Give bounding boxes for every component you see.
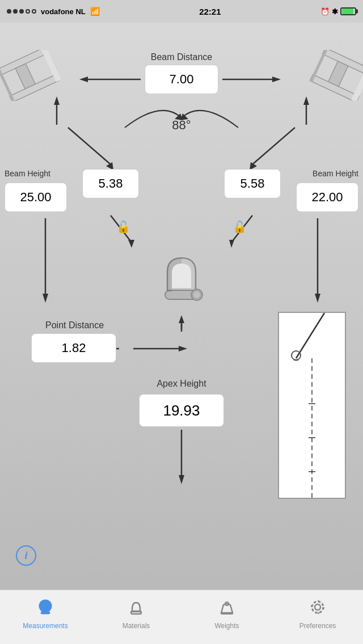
signal-dot-1 [7, 9, 11, 14]
preferences-icon [305, 595, 330, 620]
bluetooth-icon: ✱ [332, 7, 338, 16]
ibeam-left [0, 50, 57, 95]
measurements-icon [33, 595, 58, 620]
wifi-icon: 📶 [90, 7, 100, 16]
tab-label-measurements: Measurements [23, 622, 67, 630]
apex-height-label: Apex Height [157, 379, 206, 389]
beam-distance-label: Beam Distance [151, 52, 213, 62]
signal-dot-4 [26, 9, 30, 14]
svg-rect-34 [10, 75, 59, 101]
tab-weights[interactable]: Weights [182, 595, 272, 630]
info-button[interactable]: i [16, 545, 36, 566]
svg-point-59 [312, 601, 323, 613]
svg-point-53 [43, 603, 48, 609]
svg-marker-15 [128, 240, 134, 248]
tab-measurements[interactable]: Measurements [0, 595, 91, 630]
inner-angle-input-left[interactable]: 5.38 [82, 169, 139, 198]
svg-marker-17 [229, 240, 234, 248]
svg-marker-21 [315, 294, 320, 303]
weights-icon [214, 595, 239, 620]
svg-marker-19 [43, 294, 48, 303]
beam-height-input-left[interactable]: 25.00 [5, 183, 67, 212]
tab-materials[interactable]: Materials [91, 595, 182, 630]
beam-distance-input[interactable]: 7.00 [145, 65, 218, 94]
tab-preferences[interactable]: Preferences [272, 595, 363, 630]
beam-height-label-left: Beam Height [5, 169, 50, 178]
battery-indicator [340, 7, 356, 15]
signal-strength [7, 9, 36, 14]
status-time: 22:21 [199, 7, 221, 16]
tab-label-weights: Weights [214, 622, 239, 630]
tab-bar: Measurements Materials Weights [0, 590, 363, 644]
svg-line-8 [68, 128, 111, 164]
signal-dot-3 [19, 9, 24, 14]
beam-height-label-right: Beam Height [313, 169, 358, 178]
svg-point-47 [292, 351, 301, 360]
svg-rect-55 [131, 611, 141, 614]
alarm-icon: ⏰ [320, 7, 330, 16]
svg-rect-56 [221, 612, 233, 615]
beam-height-input-right[interactable]: 22.00 [296, 183, 358, 212]
materials-icon [124, 595, 149, 620]
svg-marker-3 [272, 77, 281, 82]
ibeam-right [306, 50, 363, 95]
svg-marker-31 [179, 475, 184, 484]
tab-label-preferences: Preferences [299, 622, 336, 630]
svg-marker-25 [179, 346, 187, 351]
angle-display: 88° [172, 118, 191, 133]
status-left: vodafone NL 📶 [7, 7, 100, 16]
svg-line-45 [296, 313, 324, 358]
battery-fill [342, 9, 353, 14]
apex-height-input[interactable]: 19.93 [139, 394, 224, 427]
svg-point-44 [193, 291, 200, 298]
svg-line-12 [252, 128, 295, 164]
point-distance-input[interactable]: 1.82 [31, 333, 116, 363]
signal-dot-5 [32, 9, 36, 14]
lock-icon-left: 🔓 [116, 220, 130, 234]
rigging-diagram [278, 312, 346, 499]
status-bar: vodafone NL 📶 22:21 ⏰ ✱ [0, 0, 363, 23]
lock-icon-right: 🔓 [233, 220, 247, 234]
shackle-image [147, 247, 216, 320]
status-right: ⏰ ✱ [320, 7, 356, 16]
svg-rect-54 [41, 612, 50, 614]
svg-point-58 [315, 604, 320, 610]
svg-marker-1 [79, 77, 88, 82]
carrier-label: vodafone NL [41, 7, 86, 16]
tab-label-materials: Materials [123, 622, 150, 630]
signal-dot-2 [13, 9, 18, 14]
inner-angle-input-right[interactable]: 5.58 [224, 169, 281, 198]
main-content: Beam Distance 7.00 88° Beam Height 25.00… [0, 23, 363, 612]
point-distance-label: Point Distance [45, 320, 104, 331]
